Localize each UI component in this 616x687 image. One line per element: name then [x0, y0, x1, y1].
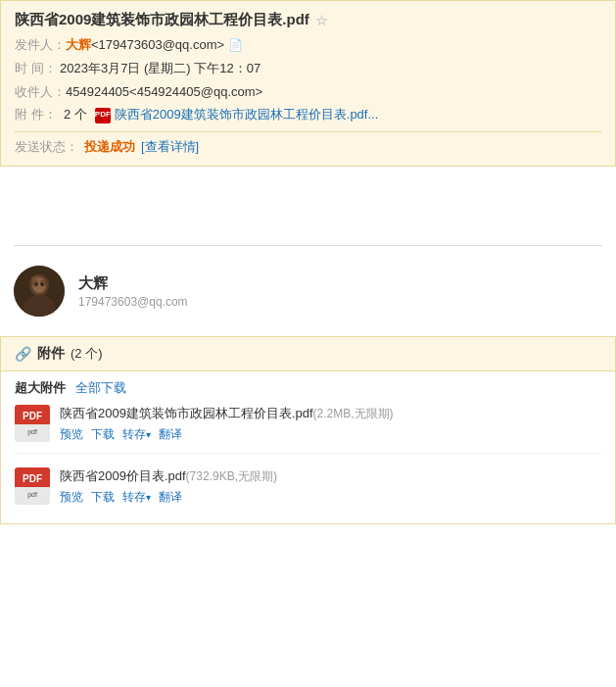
attachments-title: 附件 — [37, 345, 65, 363]
attachment-details-2: 陕西省2009价目表.pdf(732.9KB,无限期) 预览 下载 转存 翻译 — [60, 467, 601, 506]
recipient-name: 454924405 — [66, 82, 129, 103]
attachment-item: PDF pdf 陕西省2009建筑装饰市政园林工程价目表.pdf(2.2MB,无… — [15, 405, 601, 454]
sender-row: 发件人： 大辉 <179473603@qq.com> 📄 — [15, 35, 601, 56]
send-status-label: 发送状态： — [15, 138, 78, 156]
attachment-actions-2: 预览 下载 转存 翻译 — [60, 489, 601, 506]
sender-email: <179473603@qq.com> — [91, 35, 224, 56]
svg-point-7 — [41, 283, 44, 286]
attachment-filename[interactable]: 陕西省2009建筑装饰市政园林工程价目表.pdf... — [115, 105, 378, 125]
download-all-link[interactable]: 全部下载 — [75, 379, 126, 397]
translate-link-1[interactable]: 翻译 — [159, 426, 182, 443]
attachment-item: PDF pdf 陕西省2009价目表.pdf(732.9KB,无限期) 预览 下… — [15, 467, 601, 515]
send-status-detail-link[interactable]: [查看详情] — [141, 138, 199, 156]
attachment-label: 附 件： — [15, 105, 60, 125]
pdf-icon-1: PDF pdf — [15, 405, 50, 442]
sender-name: 大辉 — [66, 35, 91, 56]
attachment-actions-1: 预览 下载 转存 翻译 — [60, 426, 601, 443]
sender-info: 大辉 179473603@qq.com — [78, 274, 188, 309]
paperclip-icon: 🔗 — [15, 346, 31, 362]
attachments-body: 超大附件 全部下载 PDF pdf 陕西省2009建筑装饰市政园林工程价目表.p… — [1, 371, 615, 523]
attachment-count: 2 个 — [64, 105, 87, 125]
svg-text:PDF: PDF — [23, 473, 42, 484]
download-link-1[interactable]: 下载 — [91, 426, 115, 443]
time-value: 2023年3月7日 (星期二) 下午12：07 — [60, 59, 261, 79]
svg-text:pdf: pdf — [27, 428, 37, 436]
recipient-label: 收件人： — [15, 82, 66, 103]
send-status-value: 投递成功 — [84, 138, 135, 156]
recipient-email: <454924405@qq.com> — [129, 82, 262, 103]
svg-rect-16 — [15, 484, 50, 487]
sender-label: 发件人： — [15, 35, 66, 56]
pdf-icon-2: PDF pdf — [15, 467, 50, 505]
star-icon[interactable]: ☆ — [315, 13, 328, 28]
attachment-name-1: 陕西省2009建筑装饰市政园林工程价目表.pdf(2.2MB,无限期) — [60, 405, 601, 422]
svg-point-8 — [31, 276, 39, 282]
sender-card: 大辉 179473603@qq.com — [0, 246, 616, 336]
email-subject: 陕西省2009建筑装饰市政园林工程价目表.pdf — [15, 11, 309, 29]
svg-text:pdf: pdf — [27, 491, 37, 499]
avatar-image — [14, 266, 65, 317]
recipient-row: 收件人： 454924405 <454924405@qq.com> — [15, 82, 601, 103]
sender-display-email: 179473603@qq.com — [78, 295, 188, 309]
svg-point-6 — [35, 283, 38, 286]
sender-detail-icon[interactable]: 📄 — [228, 36, 243, 55]
svg-text:PDF: PDF — [23, 411, 42, 421]
avatar — [14, 266, 65, 317]
email-title: 陕西省2009建筑装饰市政园林工程价目表.pdf ☆ — [15, 11, 601, 29]
svg-rect-11 — [15, 421, 50, 424]
attachment-details-1: 陕西省2009建筑装饰市政园林工程价目表.pdf(2.2MB,无限期) 预览 下… — [60, 405, 601, 443]
time-row: 时 间： 2023年3月7日 (星期二) 下午12：07 — [15, 59, 601, 79]
transfer-link-1[interactable]: 转存 — [122, 426, 151, 443]
attachments-count: (2 个) — [71, 345, 103, 363]
email-header: 陕西省2009建筑装饰市政园林工程价目表.pdf ☆ 发件人： 大辉 <1794… — [0, 0, 616, 167]
attachment-pdf-icon: PDF — [95, 108, 111, 123]
preview-link-1[interactable]: 预览 — [60, 426, 83, 443]
empty-content-area — [0, 167, 616, 245]
translate-link-2[interactable]: 翻译 — [159, 489, 182, 506]
sender-display-name: 大辉 — [78, 274, 188, 293]
time-label: 时 间： — [15, 59, 60, 79]
send-status-row: 发送状态： 投递成功 [查看详情] — [15, 131, 601, 156]
attachment-row: 附 件： 2 个 PDF 陕西省2009建筑装饰市政园林工程价目表.pdf... — [15, 105, 601, 125]
preview-link-2[interactable]: 预览 — [60, 489, 83, 506]
download-link-2[interactable]: 下载 — [91, 489, 115, 506]
transfer-link-2[interactable]: 转存 — [122, 489, 151, 506]
attachment-name-2: 陕西省2009价目表.pdf(732.9KB,无限期) — [60, 467, 601, 485]
attachments-header: 🔗 附件 (2 个) — [1, 337, 615, 371]
attachments-section: 🔗 附件 (2 个) 超大附件 全部下载 PDF pdf 陕西省2009建筑装饰… — [0, 336, 616, 524]
super-attachment-label: 超大附件 全部下载 — [15, 379, 601, 397]
